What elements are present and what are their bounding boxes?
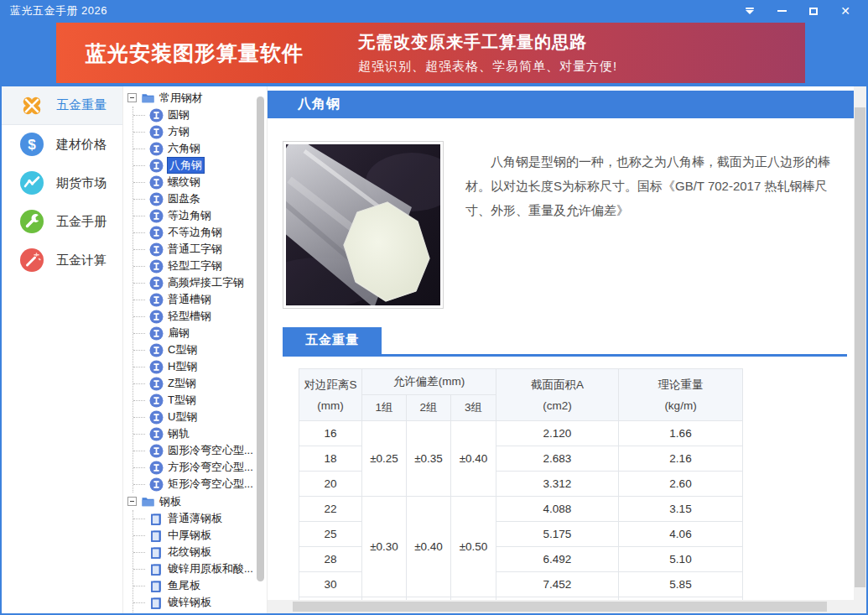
tree-item[interactable]: 轻型工字钢 xyxy=(133,258,267,274)
col-header-group-3: 3组 xyxy=(451,395,496,421)
tree-guide xyxy=(133,467,145,468)
tree-item[interactable]: 中厚钢板 xyxy=(133,527,267,544)
ibeam-icon xyxy=(149,108,164,122)
collapse-icon[interactable] xyxy=(127,93,137,102)
main-scroll-region: 八角钢是型钢的一种，也称之为八角棒，截面为正八边形的棒材。以对边长度S为标称尺寸… xyxy=(268,118,854,600)
tree-root-1[interactable]: 常用钢材 xyxy=(123,89,267,107)
skin-menu-icon[interactable] xyxy=(742,4,757,18)
cell-area: 3.312 xyxy=(496,472,619,497)
tree-item[interactable]: 高频焊接工字钢 xyxy=(133,274,267,291)
ibeam-icon xyxy=(149,209,164,223)
tree-item[interactable]: 镀锌铁皮 xyxy=(133,611,267,613)
cell-tolerance-1: ±0.30 xyxy=(362,497,407,597)
tree-item[interactable]: 鱼尾板 xyxy=(133,577,267,594)
tab-hardware-weight[interactable]: 五金重量 xyxy=(283,327,382,354)
cell-size: 22 xyxy=(299,497,362,522)
banner-strip: 蓝光安装图形算量软件 无需改变原来手工算量的思路 超强识别、超强表格、学易简单、… xyxy=(2,22,866,86)
sidebar-item-5[interactable]: 五金计算 xyxy=(2,241,122,279)
sidebar-item-2[interactable]: $建材价格 xyxy=(2,125,122,164)
tree-item[interactable]: 螺纹钢 xyxy=(133,174,267,190)
cell-size: 18 xyxy=(299,446,362,472)
tree-item[interactable]: 方形冷弯空心型... xyxy=(133,459,267,476)
vertical-scrollbar-thumb[interactable] xyxy=(855,107,865,587)
sidebar-item-1[interactable]: 五金重量 xyxy=(2,86,122,125)
tree-item[interactable]: H型钢 xyxy=(133,358,267,375)
tree-item[interactable]: 扁钢 xyxy=(133,325,267,341)
tree-item[interactable]: 圆形冷弯空心型... xyxy=(133,442,267,459)
minimize-icon xyxy=(777,10,787,12)
tree-item[interactable]: T型钢 xyxy=(133,392,267,409)
tree-item[interactable]: 钢轨 xyxy=(133,425,267,442)
collapse-icon[interactable] xyxy=(127,497,137,506)
maximize-button[interactable] xyxy=(806,4,821,18)
sidebar-item-label: 建材价格 xyxy=(56,137,107,153)
tree-item-label: 中厚钢板 xyxy=(168,528,211,543)
tree-scrollbar-thumb[interactable] xyxy=(257,96,264,581)
sidebar-item-4[interactable]: 五金手册 xyxy=(2,202,122,241)
wrench-icon xyxy=(19,209,44,234)
tree-guide xyxy=(133,266,145,267)
tree-guide xyxy=(133,316,145,317)
close-button[interactable]: ✕ xyxy=(838,4,853,18)
tree-item[interactable]: 六角钢 xyxy=(133,140,267,157)
spec-table: 对边距离S (mm) 允许偏差(mm) 截面面积A (cm2) 理论重量 (kg… xyxy=(299,368,743,600)
trend-icon xyxy=(19,170,44,195)
sheet-icon xyxy=(149,596,164,610)
tree-children: 圆钢方钢六角钢八角钢螺纹钢圆盘条等边角钢不等边角钢普通工字钢轻型工字钢高频焊接工… xyxy=(133,107,267,493)
horizontal-scrollbar-thumb[interactable] xyxy=(293,602,827,612)
cell-tolerance-1: ±0.25 xyxy=(362,421,407,497)
sidebar-item-label: 五金重量 xyxy=(56,97,107,113)
tree-item[interactable]: 普通薄钢板 xyxy=(133,510,267,527)
dollar-icon: $ xyxy=(19,132,44,157)
col-header-area: 截面面积A (cm2) xyxy=(496,369,619,421)
title-bar: 蓝光五金手册 2026 ✕ xyxy=(2,0,866,22)
cell-area: 2.120 xyxy=(496,421,619,446)
minimize-button[interactable] xyxy=(774,4,789,18)
tree-item-label: 花纹钢板 xyxy=(168,545,211,560)
ibeam-icon xyxy=(149,326,164,341)
tree-item-label: 镀锌铁皮 xyxy=(168,612,211,613)
tree-guide xyxy=(133,216,145,216)
ibeam-icon xyxy=(149,159,164,173)
cell-tolerance-2: ±0.40 xyxy=(407,497,451,597)
tree-item-label: 普通工字钢 xyxy=(168,242,222,257)
tree-item[interactable]: Z型钢 xyxy=(133,375,267,392)
folder-icon xyxy=(141,494,155,508)
tree-item[interactable]: 圆盘条 xyxy=(133,190,267,207)
tree-item[interactable]: U型钢 xyxy=(133,409,267,425)
tree-item[interactable]: 等边角钢 xyxy=(133,207,267,224)
tree-item[interactable]: 圆钢 xyxy=(133,107,267,123)
tree-root-2[interactable]: 钢板 xyxy=(123,493,267,510)
sidebar: 五金重量$建材价格期货市场五金手册五金计算 xyxy=(2,86,123,613)
tree-item[interactable]: 普通槽钢 xyxy=(133,291,267,308)
tree-item[interactable]: 方钢 xyxy=(133,123,267,140)
banner-headline: 无需改变原来手工算量的思路 xyxy=(358,31,617,54)
tree-guide xyxy=(133,434,145,435)
tree-item[interactable]: 普通工字钢 xyxy=(133,241,267,258)
cell-weight: 5.85 xyxy=(619,572,743,597)
tree-item-label: T型钢 xyxy=(168,393,196,408)
ibeam-icon xyxy=(149,276,164,290)
tree-item[interactable]: 矩形冷弯空心型... xyxy=(133,476,267,493)
cell-size: 16 xyxy=(299,421,362,446)
horizontal-scrollbar[interactable] xyxy=(268,600,854,613)
tree-item[interactable]: 八角钢 xyxy=(133,157,267,174)
folder-icon xyxy=(141,91,155,105)
tree-item[interactable]: 不等边角钢 xyxy=(133,224,267,241)
tree-item[interactable]: 镀锌用原板和酸... xyxy=(133,560,267,577)
cell-size: 20 xyxy=(299,472,362,497)
tree-root-label: 钢板 xyxy=(159,494,181,509)
sidebar-item-3[interactable]: 期货市场 xyxy=(2,164,122,202)
ibeam-icon xyxy=(149,142,164,156)
tree-item-label: 圆钢 xyxy=(168,107,190,122)
vertical-scrollbar[interactable] xyxy=(854,86,866,613)
sheet-icon xyxy=(149,545,164,560)
tree-item[interactable]: 轻型槽钢 xyxy=(133,308,267,325)
tree-item[interactable]: 花纹钢板 xyxy=(133,544,267,560)
tree-item[interactable]: 镀锌钢板 xyxy=(133,594,267,611)
sidebar-item-label: 期货市场 xyxy=(56,175,107,191)
tree-item[interactable]: C型钢 xyxy=(133,341,267,358)
category-tree: 常用钢材圆钢方钢六角钢八角钢螺纹钢圆盘条等边角钢不等边角钢普通工字钢轻型工字钢高… xyxy=(123,89,267,613)
tree-item-label: 镀锌用原板和酸... xyxy=(168,561,253,576)
ibeam-icon xyxy=(149,343,164,357)
